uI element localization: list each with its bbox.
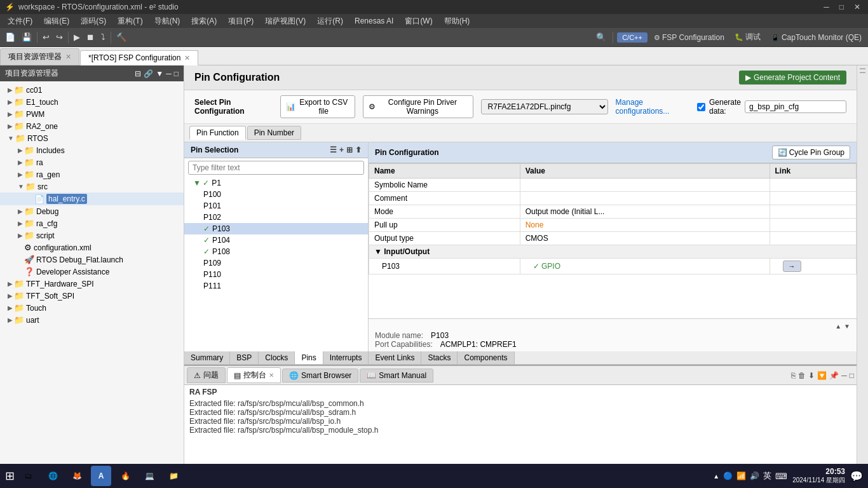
symbolic-input[interactable] xyxy=(526,180,764,189)
cycle-pin-group-button[interactable]: 🔄 Cycle Pin Group xyxy=(772,146,850,159)
captouch-chip[interactable]: 📱 CapTouch Monitor (QE) xyxy=(767,32,865,43)
menu-run[interactable]: 运行(R) xyxy=(312,15,348,28)
tab-fsp-config-close[interactable]: ✕ xyxy=(184,54,190,62)
pin-tree-p1[interactable]: ▼ ✓ P1 xyxy=(184,177,368,189)
tab-fsp-config[interactable]: *[RTOS] FSP Configuration ✕ xyxy=(80,50,198,65)
pin-tree-p111[interactable]: P111 xyxy=(184,280,368,292)
pin-tree-p100[interactable]: P100 xyxy=(184,189,368,200)
bluetooth-icon[interactable]: 🔵 xyxy=(723,471,733,480)
input-method[interactable]: 英 xyxy=(763,470,771,482)
pin-tree-p108[interactable]: ✓ P108 xyxy=(184,246,368,257)
sidebar-item-ra2one[interactable]: ▶ 📁 RA2_one xyxy=(0,120,184,132)
func-tab-summary[interactable]: Summary xyxy=(184,351,230,364)
generate-data-checkbox[interactable] xyxy=(697,103,705,111)
gen-data-input[interactable] xyxy=(745,100,846,113)
wifi-icon[interactable]: 📶 xyxy=(736,471,746,480)
pincfg-select[interactable]: R7FA2E1A72DFL.pincfg xyxy=(481,99,608,114)
menu-renesas-view[interactable]: 瑞萨视图(V) xyxy=(260,15,311,28)
sidebar-item-rtos[interactable]: ▼ 📁 RTOS xyxy=(0,132,184,144)
menu-nav[interactable]: 导航(N) xyxy=(149,15,186,28)
menu-edit[interactable]: 编辑(E) xyxy=(39,15,74,28)
cpp-chip[interactable]: C/C++ xyxy=(617,32,648,43)
scroll-up-icon[interactable]: ▲ xyxy=(835,323,841,330)
menu-file[interactable]: 文件(F) xyxy=(3,15,37,28)
sidebar-item-e1touch[interactable]: ▶ 📁 E1_touch xyxy=(0,96,184,108)
pin-tree-p110[interactable]: P110 xyxy=(184,269,368,280)
tray-arrow[interactable]: ▲ xyxy=(713,473,719,480)
new-button[interactable]: 📄 xyxy=(3,31,18,43)
filter-icon[interactable]: 🔽 xyxy=(817,371,827,380)
sidebar-item-pwm[interactable]: ▶ 📁 PWM xyxy=(0,108,184,120)
pin-icon[interactable]: 📌 xyxy=(829,371,839,380)
func-tab-pins[interactable]: Pins xyxy=(295,351,323,364)
taskbar-icon-acrobat[interactable]: 🔥 xyxy=(115,466,135,486)
import-icon[interactable]: ⬆ xyxy=(355,146,362,154)
sidebar-item-includes[interactable]: ▶ 📁 Includes xyxy=(0,144,184,156)
sidebar-link-icon[interactable]: 🔗 xyxy=(144,69,153,78)
step-button[interactable]: ⤵ xyxy=(98,31,108,43)
close-button[interactable]: ✕ xyxy=(851,3,863,11)
manage-configurations-link[interactable]: Manage configurations... xyxy=(616,98,689,116)
cell-comment-value[interactable] xyxy=(520,192,770,205)
configure-warnings-button[interactable]: ⚙ Configure Pin Driver Warnings xyxy=(363,95,473,118)
sidebar-item-script[interactable]: ▶ 📁 script xyxy=(0,229,184,241)
func-tab-stacks[interactable]: Stacks xyxy=(421,351,458,364)
sidebar-item-ra[interactable]: ▶ 📁 ra xyxy=(0,156,184,168)
cell-symbolic-value[interactable] xyxy=(520,179,770,192)
menu-window[interactable]: 窗口(W) xyxy=(400,15,437,28)
sidebar-item-launch[interactable]: ▶ 🚀 RTOS Debug_Flat.launch xyxy=(0,254,184,266)
pin-tree-p102[interactable]: P102 xyxy=(184,212,368,223)
sidebar-item-uart[interactable]: ▶ 📁 uart xyxy=(0,314,184,326)
copy-icon[interactable]: ⎘ xyxy=(791,371,796,380)
menu-source[interactable]: 源码(S) xyxy=(76,15,111,28)
maximize-console-icon[interactable]: □ xyxy=(850,371,854,380)
pin-tree-p101[interactable]: P101 xyxy=(184,200,368,212)
sidebar-collapse-icon[interactable]: ⊟ xyxy=(135,69,141,78)
sidebar-item-ra-gen[interactable]: ▶ 📁 ra_gen xyxy=(0,168,184,180)
taskbar-icon-firefox[interactable]: 🦊 xyxy=(67,466,87,486)
debug-button[interactable]: ▶ xyxy=(71,31,83,43)
menu-renesas-ai[interactable]: Renesas AI xyxy=(349,15,398,27)
undo-button[interactable]: ↩ xyxy=(40,31,52,43)
taskbar-icon-eclipse[interactable]: 💻 xyxy=(139,466,159,486)
btab-problems[interactable]: ⚠ 问题 xyxy=(187,367,226,383)
pin-tree-p103[interactable]: ✓ P103 xyxy=(184,223,368,234)
func-tab-components[interactable]: Components xyxy=(458,351,514,364)
save-button[interactable]: 💾 xyxy=(19,31,34,43)
sidebar-item-dev-assistance[interactable]: ▶ ❓ Developer Assistance xyxy=(0,266,184,278)
taskbar-icon-word[interactable]: A xyxy=(91,466,111,486)
cell-p103-link[interactable]: → xyxy=(770,259,856,274)
generate-project-button[interactable]: ▶ Generate Project Content xyxy=(739,71,846,85)
p103-arrow-button[interactable]: → xyxy=(783,261,801,272)
taskbar-icon-files[interactable]: 🗂 xyxy=(18,466,39,486)
maximize-button[interactable]: □ xyxy=(837,3,846,11)
rs-icon2[interactable]: | xyxy=(860,72,866,73)
btab-console[interactable]: ▤ 控制台 ✕ xyxy=(227,367,281,383)
menu-refactor[interactable]: 重构(T) xyxy=(112,15,147,28)
grid-icon[interactable]: ⊞ xyxy=(346,146,353,154)
menu-search[interactable]: 搜索(A) xyxy=(186,15,222,28)
scroll-down-icon[interactable]: ▼ xyxy=(844,323,850,330)
sidebar-minimize-icon[interactable]: ─ xyxy=(166,69,172,78)
taskbar-icon-edge[interactable]: 🌐 xyxy=(43,466,63,486)
sidebar-item-debug[interactable]: ▶ 📁 Debug xyxy=(0,205,184,217)
clear-icon[interactable]: 🗑 xyxy=(798,371,806,380)
minimize-console-icon[interactable]: ─ xyxy=(841,371,847,380)
sidebar-item-ra-cfg[interactable]: ▶ 📁 ra_cfg xyxy=(0,217,184,229)
sidebar-item-hal-entry[interactable]: ▶ 📄 hal_entry.c xyxy=(0,193,184,205)
title-bar-controls[interactable]: ─ □ ✕ xyxy=(821,3,863,11)
func-tab-clocks[interactable]: Clocks xyxy=(259,351,295,364)
sidebar-item-config-xml[interactable]: ▶ ⚙ configuration.xml xyxy=(0,241,184,254)
pin-filter-input[interactable] xyxy=(188,161,364,175)
taskbar-icon-explorer[interactable]: 📁 xyxy=(163,466,184,486)
notification-icon[interactable]: 💬 xyxy=(850,470,863,482)
sidebar-item-tft-soft[interactable]: ▶ 📁 TFT_Soft_SPI xyxy=(0,290,184,302)
pin-tree-p104[interactable]: ✓ P104 xyxy=(184,234,368,246)
btab-console-close[interactable]: ✕ xyxy=(269,372,274,379)
volume-icon[interactable]: 🔊 xyxy=(750,471,759,480)
list-icon[interactable]: ☰ xyxy=(330,146,337,154)
tab-project-explorer[interactable]: 项目资源管理器 ✕ xyxy=(0,48,79,65)
debug-chip[interactable]: 🐛 调试 xyxy=(731,30,764,44)
func-tab-interrupts[interactable]: Interrupts xyxy=(323,351,369,364)
sidebar-maximize-icon[interactable]: □ xyxy=(174,69,179,78)
